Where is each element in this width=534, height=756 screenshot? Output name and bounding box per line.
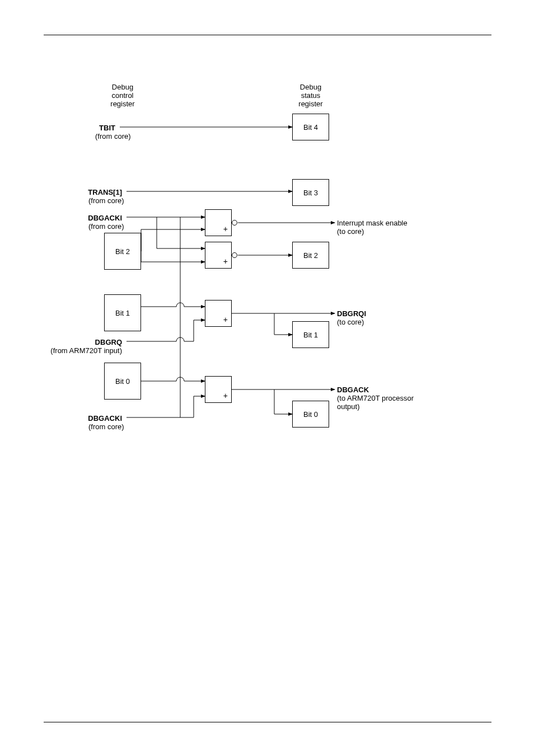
page-bottom-rule [44, 722, 491, 722]
page-top-rule [44, 35, 491, 35]
diagram: Debug control register Debug status regi… [84, 83, 453, 452]
wire-diagram [84, 83, 453, 452]
